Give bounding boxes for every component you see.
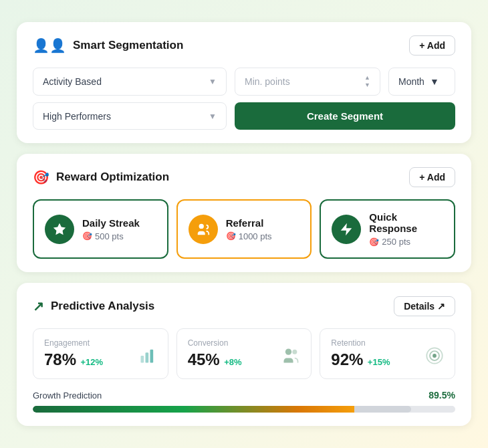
engagement-change: +12% [81,357,104,367]
growth-value: 89.5% [429,390,455,401]
growth-header: Growth Prediction 89.5% [33,390,455,401]
daily-streak-info: Daily Streak 🎯 500 pts [82,217,140,241]
quick-response-pts: 🎯 250 pts [369,237,443,247]
predictive-title-text: Predictive Analysis [51,300,154,313]
spinner-up-icon[interactable]: ▲ [364,75,370,81]
conversion-value-row: 45% +8% [188,350,242,369]
daily-streak-card[interactable]: Daily Streak 🎯 500 pts [33,199,168,259]
retention-value-row: 92% +15% [331,350,390,369]
pts-icon: 🎯 [82,231,92,241]
growth-bar-container [33,406,455,413]
predictive-analysis-header: ↗ Predictive Analysis Details ↗ [33,296,455,316]
retention-info: Retention 92% +15% [331,338,390,369]
reward-optimization-card: 🎯 Reward Optimization + Add Daily Streak… [17,154,471,272]
reward-cards-container: Daily Streak 🎯 500 pts [33,199,455,259]
svg-point-5 [285,349,291,355]
reward-add-button[interactable]: + Add [409,167,455,187]
referral-icon [189,215,218,244]
daily-streak-pts: 🎯 500 pts [82,231,140,241]
conversion-metric: Conversion 45% +8% [176,328,312,379]
referral-card[interactable]: Referral 🎯 1000 pts [176,199,312,259]
chevron-down-icon: ▼ [209,77,217,86]
referral-pts: 🎯 1000 pts [226,231,272,241]
spinner-buttons[interactable]: ▲ ▼ [364,75,370,88]
segmentation-row1: Activity Based ▼ Min. points ▲ ▼ Month ▼ [33,68,455,96]
min-points-input[interactable]: Min. points ▲ ▼ [235,68,380,96]
smart-segmentation-card: 👤👤 Smart Segmentation + Add Activity Bas… [17,22,471,143]
engagement-info: Engagement 78% +12% [44,338,103,369]
smart-segmentation-title-text: Smart Segmentation [73,39,183,52]
svg-point-9 [433,354,437,358]
referral-name: Referral [226,217,272,229]
reward-optimization-header: 🎯 Reward Optimization + Add [33,167,455,187]
quick-response-card[interactable]: Quick Response 🎯 250 pts [320,199,455,259]
quick-response-pts-value: 250 pts [382,237,410,247]
svg-point-0 [199,223,203,228]
predictive-analysis-title: ↗ Predictive Analysis [33,298,154,314]
retention-change: +15% [368,357,390,367]
conversion-change: +8% [224,357,241,367]
main-container: 👤👤 Smart Segmentation + Add Activity Bas… [17,22,471,426]
smart-segmentation-header: 👤👤 Smart Segmentation + Add [33,35,455,55]
add-button-label: + Add [419,40,445,51]
reward-title-text: Reward Optimization [56,171,169,184]
svg-rect-4 [150,350,153,363]
month-value: Month [398,76,424,87]
retention-metric: Retention 92% +15% [320,328,455,379]
growth-label: Growth Prediction [33,390,102,401]
retention-value: 92% [331,350,363,368]
svg-point-6 [293,350,297,354]
growth-bar-fill [33,406,411,413]
conversion-value: 45% [188,350,220,368]
daily-streak-icon [45,215,74,244]
reward-add-label: + Add [419,172,445,183]
chevron-down-icon-month: ▼ [430,76,439,87]
svg-rect-3 [145,352,148,362]
bar-chart-icon [138,346,157,369]
engagement-metric: Engagement 78% +12% [33,328,168,379]
retention-label: Retention [331,338,390,348]
details-button[interactable]: Details ↗ [394,296,455,316]
daily-streak-name: Daily Streak [82,217,140,229]
smart-segmentation-title: 👤👤 Smart Segmentation [33,37,183,53]
high-performers-value: High Performers [43,111,111,122]
target-icon: 🎯 [33,169,49,185]
activity-based-value: Activity Based [43,76,102,87]
referral-info: Referral 🎯 1000 pts [226,217,272,241]
create-segment-label: Create Segment [307,110,383,122]
create-segment-button[interactable]: Create Segment [235,102,455,130]
target-metric-icon [425,346,444,369]
engagement-value-row: 78% +12% [44,350,103,369]
chevron-down-icon-performers: ▼ [209,112,217,121]
referral-pts-value: 1000 pts [239,231,272,241]
conversion-info: Conversion 45% +8% [188,338,242,369]
svg-rect-2 [140,356,144,363]
segmentation-row2: High Performers ▼ Create Segment [33,102,455,130]
conversion-label: Conversion [188,338,242,348]
predictive-analysis-card: ↗ Predictive Analysis Details ↗ Engageme… [17,283,471,426]
smart-segmentation-add-button[interactable]: + Add [409,35,455,55]
spinner-down-icon[interactable]: ▼ [364,82,370,88]
quick-response-name: Quick Response [369,211,443,234]
details-label: Details ↗ [404,301,445,312]
growth-prediction-row: Growth Prediction 89.5% [33,390,455,413]
reward-optimization-title: 🎯 Reward Optimization [33,169,169,185]
users-icon: 👤👤 [33,37,66,53]
quick-response-icon [332,215,361,244]
engagement-label: Engagement [44,338,103,348]
activity-based-dropdown[interactable]: Activity Based ▼ [33,68,227,96]
users-metric-icon [281,346,300,369]
svg-marker-1 [341,223,352,235]
engagement-value: 78% [44,350,76,368]
min-points-placeholder: Min. points [245,76,290,87]
analysis-metrics-container: Engagement 78% +12% Conversion [33,328,455,379]
quick-response-info: Quick Response 🎯 250 pts [369,211,443,247]
month-dropdown[interactable]: Month ▼ [388,68,455,96]
high-performers-dropdown[interactable]: High Performers ▼ [33,102,227,130]
pts-icon-quick: 🎯 [369,237,379,247]
pts-icon-referral: 🎯 [226,231,236,241]
trend-up-icon: ↗ [33,298,44,314]
daily-streak-pts-value: 500 pts [95,231,124,241]
